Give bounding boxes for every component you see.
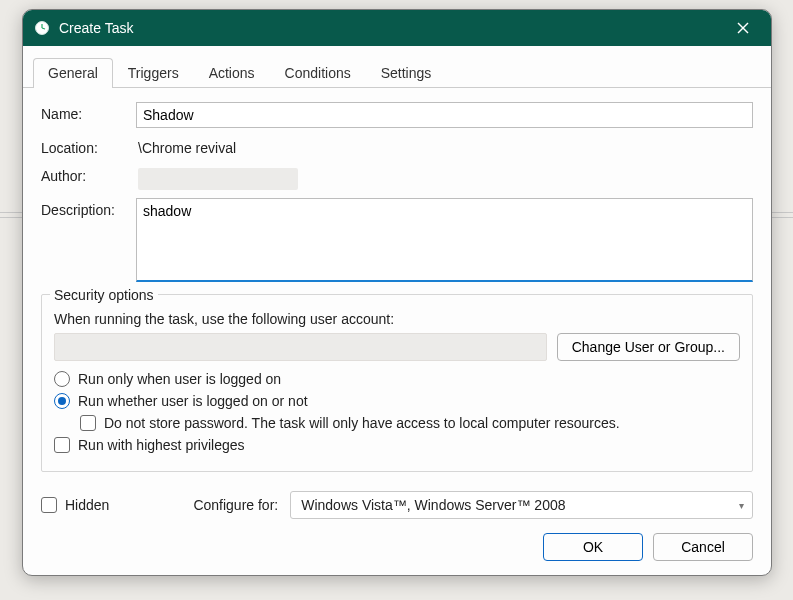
tabstrip: General Triggers Actions Conditions Sett… [23, 46, 771, 88]
label-name: Name: [41, 102, 136, 122]
checkbox-icon [41, 497, 57, 513]
radio-run-whether[interactable]: Run whether user is logged on or not [54, 393, 740, 409]
checkbox-no-store-password[interactable]: Do not store password. The task will onl… [80, 415, 740, 431]
dialog-button-bar: OK Cancel [23, 523, 771, 575]
label-author: Author: [41, 164, 136, 184]
tab-actions[interactable]: Actions [194, 58, 270, 88]
checkbox-icon [80, 415, 96, 431]
author-value [136, 164, 753, 190]
radio-icon [54, 393, 70, 409]
clock-icon [33, 19, 51, 37]
create-task-dialog: Create Task General Triggers Actions Con… [22, 9, 772, 576]
user-account-display [54, 333, 547, 361]
tab-triggers[interactable]: Triggers [113, 58, 194, 88]
label-configure-for: Configure for: [193, 497, 278, 513]
titlebar: Create Task [23, 10, 771, 46]
security-options-group: Security options When running the task, … [41, 294, 753, 472]
label-location: Location: [41, 136, 136, 156]
checkbox-label: Run with highest privileges [78, 437, 245, 453]
change-user-button[interactable]: Change User or Group... [557, 333, 740, 361]
checkbox-label: Hidden [65, 497, 109, 513]
configure-for-select[interactable]: Windows Vista™, Windows Server™ 2008 ▾ [290, 491, 753, 519]
window-title: Create Task [59, 20, 723, 36]
checkbox-highest-privileges[interactable]: Run with highest privileges [54, 437, 740, 453]
chevron-down-icon: ▾ [739, 500, 744, 511]
ok-button[interactable]: OK [543, 533, 643, 561]
cancel-button[interactable]: Cancel [653, 533, 753, 561]
name-input[interactable] [136, 102, 753, 128]
bottom-row: Hidden Configure for: Windows Vista™, Wi… [23, 483, 771, 523]
description-input[interactable] [136, 198, 753, 282]
author-redacted [138, 168, 298, 190]
tab-conditions[interactable]: Conditions [270, 58, 366, 88]
tab-general-body: Name: Location: \Chrome revival Author: … [23, 88, 771, 483]
radio-label: Run only when user is logged on [78, 371, 281, 387]
radio-run-logged-on[interactable]: Run only when user is logged on [54, 371, 740, 387]
checkbox-hidden[interactable]: Hidden [41, 497, 109, 513]
label-description: Description: [41, 198, 136, 282]
tab-settings[interactable]: Settings [366, 58, 447, 88]
checkbox-label: Do not store password. The task will onl… [104, 415, 620, 431]
tab-general[interactable]: General [33, 58, 113, 88]
security-prompt: When running the task, use the following… [54, 311, 740, 327]
radio-icon [54, 371, 70, 387]
configure-for-value: Windows Vista™, Windows Server™ 2008 [301, 497, 565, 513]
checkbox-icon [54, 437, 70, 453]
radio-label: Run whether user is logged on or not [78, 393, 308, 409]
location-value: \Chrome revival [136, 136, 753, 156]
security-legend: Security options [50, 287, 158, 303]
close-icon[interactable] [723, 10, 763, 46]
